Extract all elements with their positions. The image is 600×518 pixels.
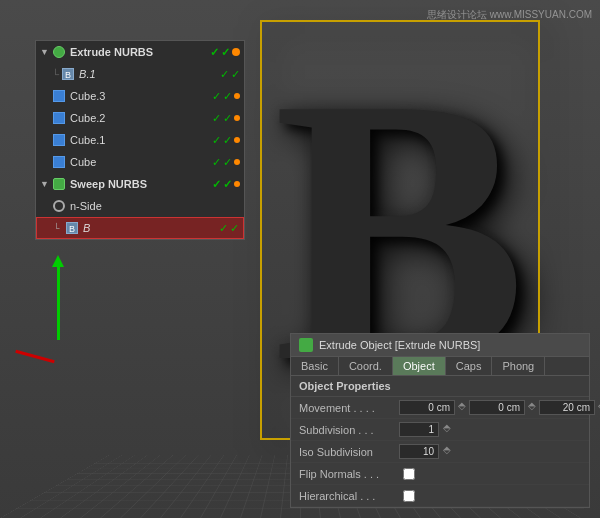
cube2-check: ✓ (212, 112, 221, 125)
movement-label: Movement . . . . (299, 402, 399, 414)
tab-phong[interactable]: Phong (492, 357, 545, 375)
tab-caps[interactable]: Caps (446, 357, 493, 375)
cube-indicators: ✓ ✓ (212, 156, 240, 169)
x-axis (15, 350, 54, 363)
scene-row-cube2[interactable]: Cube.2 ✓ ✓ (36, 107, 244, 129)
cube1-icon (52, 133, 66, 147)
b1-indicators: ✓ ✓ (220, 68, 240, 81)
cube-check2: ✓ (223, 156, 232, 169)
nside-label: n-Side (70, 200, 240, 212)
props-header: Extrude Object [Extrude NURBS] (291, 334, 589, 357)
cube2-check2: ✓ (223, 112, 232, 125)
cube1-label: Cube.1 (70, 134, 212, 146)
tree-line: └ (52, 69, 59, 80)
movement-z-input[interactable] (539, 400, 595, 415)
sweep-indicators: ✓ ✓ (212, 178, 240, 191)
movement-y-input[interactable] (469, 400, 525, 415)
scene-row-nside[interactable]: n-Side (36, 195, 244, 217)
iso-spinner: ⬘ (441, 444, 453, 459)
cube2-icon (52, 111, 66, 125)
scene-row-b1[interactable]: └ B B.1 ✓ ✓ (36, 63, 244, 85)
movement-spinner2: ⬘ (527, 400, 537, 415)
subdivision-input[interactable] (399, 422, 439, 437)
props-section-title: Object Properties (291, 376, 589, 397)
cube3-dot (234, 93, 240, 99)
props-row-movement: Movement . . . . ⬘ ⬘ ⬘ (291, 397, 589, 419)
cube-check: ✓ (212, 156, 221, 169)
check2-icon: ✓ (221, 46, 230, 59)
sweep-nurbs-label: Sweep NURBS (70, 178, 212, 190)
props-row-iso-subdivision: Iso Subdivision ⬘ (291, 441, 589, 463)
b-indicators: ✓ ✓ (219, 222, 239, 235)
sweep-check2: ✓ (223, 178, 232, 191)
cube2-dot (234, 115, 240, 121)
flip-normals-checkbox[interactable] (403, 468, 415, 480)
hierarchical-label: Hierarchical . . . (299, 490, 399, 502)
scene-row-b[interactable]: └ B B ✓ ✓ (36, 217, 244, 239)
scene-row-sweep-nurbs[interactable]: ▼ Sweep NURBS ✓ ✓ (36, 173, 244, 195)
movement-inputs: ⬘ ⬘ ⬘ (399, 400, 600, 415)
sweep-check: ✓ (212, 178, 221, 191)
scene-panel: ▼ Extrude NURBS ✓ ✓ └ B B.1 ✓ ✓ Cube.3 ✓ (35, 40, 245, 240)
b-expand-icon[interactable]: └ (53, 223, 63, 233)
cube3-indicators: ✓ ✓ (212, 90, 240, 103)
subdivision-label: Subdivision . . . (299, 424, 399, 436)
scene-row-extrude-nurbs[interactable]: ▼ Extrude NURBS ✓ ✓ (36, 41, 244, 63)
row-indicators: ✓ ✓ (210, 46, 240, 59)
b-check: ✓ (219, 222, 228, 235)
cube3-check2: ✓ (223, 90, 232, 103)
b-check2: ✓ (230, 222, 239, 235)
cube1-check: ✓ (212, 134, 221, 147)
b-row-icon: B (65, 221, 79, 235)
tab-object[interactable]: Object (393, 357, 446, 375)
properties-panel: Extrude Object [Extrude NURBS] Basic Coo… (290, 333, 590, 508)
scene-row-cube3[interactable]: Cube.3 ✓ ✓ (36, 85, 244, 107)
b1-check2: ✓ (231, 68, 240, 81)
props-row-flip-normals: Flip Normals . . . (291, 463, 589, 485)
extrude-nurbs-label: Extrude NURBS (70, 46, 210, 58)
y-axis (57, 260, 60, 340)
movement-spinner1: ⬘ (457, 400, 467, 415)
viewport: B 思绪设计论坛 www.MISSYUAN.COM ▼ Extrude NURB… (0, 0, 600, 518)
cube-label: Cube (70, 156, 212, 168)
dot-icon (232, 48, 240, 56)
expand-icon[interactable]: ▼ (40, 47, 50, 57)
nurbs-icon (52, 45, 66, 59)
cube2-label: Cube.2 (70, 112, 212, 124)
props-title: Extrude Object [Extrude NURBS] (319, 339, 480, 351)
watermark: 思绪设计论坛 www.MISSYUAN.COM (427, 8, 592, 22)
subdivision-inputs: ⬘ (399, 422, 581, 437)
tab-basic[interactable]: Basic (291, 357, 339, 375)
cube-dot (234, 159, 240, 165)
iso-subdivision-inputs: ⬘ (399, 444, 581, 459)
b1-icon: B (61, 67, 75, 81)
cube3-check: ✓ (212, 90, 221, 103)
movement-x-input[interactable] (399, 400, 455, 415)
b1-label: B.1 (79, 68, 220, 80)
check-icon: ✓ (210, 46, 219, 59)
extrude-header-icon (299, 338, 313, 352)
props-row-subdivision: Subdivision . . . ⬘ (291, 419, 589, 441)
tab-coord[interactable]: Coord. (339, 357, 393, 375)
sweep-expand-icon[interactable]: ▼ (40, 179, 50, 189)
sweep-dot (234, 181, 240, 187)
props-row-hierarchical: Hierarchical . . . (291, 485, 589, 507)
props-tabs: Basic Coord. Object Caps Phong (291, 357, 589, 376)
nside-icon (52, 199, 66, 213)
iso-subdivision-label: Iso Subdivision (299, 446, 399, 458)
cube1-dot (234, 137, 240, 143)
scene-row-cube1[interactable]: Cube.1 ✓ ✓ (36, 129, 244, 151)
b-label: B (83, 222, 219, 234)
b1-check: ✓ (220, 68, 229, 81)
cube1-indicators: ✓ ✓ (212, 134, 240, 147)
subdivision-spinner: ⬘ (441, 422, 453, 437)
hierarchical-checkbox[interactable] (403, 490, 415, 502)
cube1-check2: ✓ (223, 134, 232, 147)
flip-normals-label: Flip Normals . . . (299, 468, 399, 480)
scene-row-cube[interactable]: Cube ✓ ✓ (36, 151, 244, 173)
cube3-label: Cube.3 (70, 90, 212, 102)
cube3-icon (52, 89, 66, 103)
iso-subdivision-input[interactable] (399, 444, 439, 459)
cube-icon (52, 155, 66, 169)
sweep-icon (52, 177, 66, 191)
